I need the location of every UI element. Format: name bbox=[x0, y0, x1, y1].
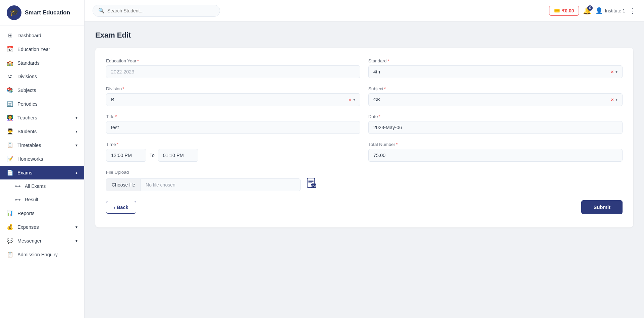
subject-clear-icon[interactable]: ✕ bbox=[610, 97, 614, 102]
sub-dot-icon: ⊶ bbox=[15, 182, 21, 190]
submit-button[interactable]: Submit bbox=[581, 200, 623, 214]
total-number-label: Total Number* bbox=[368, 142, 623, 147]
timetables-icon: 📋 bbox=[7, 142, 13, 148]
title-label: Title* bbox=[106, 114, 360, 119]
date-label: Date* bbox=[368, 114, 623, 119]
subjects-icon: 📚 bbox=[7, 87, 13, 93]
form-row-3: Title* Date* bbox=[106, 114, 623, 134]
standard-value: 4th bbox=[373, 69, 610, 74]
sub-item-label: Result bbox=[25, 197, 38, 202]
subject-label: Subject* bbox=[368, 86, 623, 91]
chevron-down-icon: ▾ bbox=[75, 143, 77, 148]
sidebar-item-result[interactable]: ⊶ Result bbox=[0, 193, 84, 206]
division-group: Division* B ✕ ▾ bbox=[106, 86, 360, 106]
exam-edit-form: Education Year* Standard* 4th ✕ ▾ bbox=[95, 48, 633, 227]
standard-clear-icon[interactable]: ✕ bbox=[610, 69, 614, 74]
time-to-label: To bbox=[150, 153, 155, 158]
subject-value: GK bbox=[373, 97, 610, 102]
exams-icon: 📄 bbox=[7, 169, 13, 176]
user-name: Institute 1 bbox=[605, 8, 625, 13]
sidebar-item-reports[interactable]: 📊 Reports bbox=[0, 206, 84, 220]
subject-chevron-icon: ▾ bbox=[615, 97, 618, 102]
title-group: Title* bbox=[106, 114, 360, 134]
form-actions: ‹ Back Submit bbox=[106, 200, 623, 214]
total-number-group: Total Number* bbox=[368, 142, 623, 162]
sidebar-item-homeworks[interactable]: 📝 Homeworks bbox=[0, 152, 84, 166]
date-input[interactable] bbox=[368, 121, 623, 134]
time-to-input[interactable] bbox=[158, 149, 198, 162]
subject-group: Subject* GK ✕ ▾ bbox=[368, 86, 623, 106]
sidebar-item-teachers[interactable]: 👩‍🏫 Teachers ▾ bbox=[0, 111, 84, 124]
sidebar-item-education-year[interactable]: 📅 Education Year bbox=[0, 42, 84, 56]
sidebar-item-label: Divisions bbox=[17, 74, 37, 79]
division-clear-icon[interactable]: ✕ bbox=[348, 97, 352, 102]
sidebar-item-label: Messenger bbox=[17, 238, 42, 244]
choose-file-button[interactable]: Choose file bbox=[106, 179, 141, 191]
sidebar-item-dashboard[interactable]: ⊞ Dashboard bbox=[0, 29, 84, 42]
sidebar-item-label: Homeworks bbox=[17, 156, 43, 162]
standards-icon: 🏫 bbox=[7, 60, 13, 66]
app-logo: 🎓 bbox=[7, 5, 21, 20]
standard-chevron-icon: ▾ bbox=[615, 69, 618, 74]
search-container: 🔍 bbox=[93, 5, 220, 17]
chevron-down-icon: ▾ bbox=[75, 238, 77, 243]
wallet-button[interactable]: 💳 ₹0.00 bbox=[549, 6, 579, 16]
file-upload-row: Choose file No file chosen PDF bbox=[106, 177, 623, 192]
sidebar-item-label: Students bbox=[17, 129, 37, 134]
sidebar-item-admission-enquiry[interactable]: 📋 Admission Enquiry bbox=[0, 248, 84, 261]
dashboard-icon: ⊞ bbox=[7, 32, 13, 39]
subject-select[interactable]: GK ✕ ▾ bbox=[368, 93, 623, 106]
sidebar-item-divisions[interactable]: 🗂 Divisions bbox=[0, 70, 84, 83]
title-input[interactable] bbox=[106, 121, 360, 134]
page-content: Exam Edit Education Year* Standard* 4th bbox=[85, 21, 644, 318]
more-options-button[interactable]: ⋮ bbox=[629, 7, 636, 15]
search-input[interactable] bbox=[107, 8, 214, 13]
notification-button[interactable]: 🔔 0 bbox=[583, 7, 591, 15]
time-group: Time* To bbox=[106, 142, 360, 162]
app-title: Smart Education bbox=[25, 9, 70, 16]
svg-text:PDF: PDF bbox=[311, 185, 316, 188]
sidebar-item-messenger[interactable]: 💬 Messenger ▾ bbox=[0, 234, 84, 248]
pdf-icon[interactable]: PDF bbox=[306, 177, 318, 192]
periodics-icon: 🔄 bbox=[7, 101, 13, 107]
sidebar-item-label: Expenses bbox=[17, 224, 39, 230]
education-year-icon: 📅 bbox=[7, 46, 13, 52]
back-button[interactable]: ‹ Back bbox=[106, 201, 136, 214]
sidebar-item-subjects[interactable]: 📚 Subjects bbox=[0, 83, 84, 97]
reports-icon: 📊 bbox=[7, 210, 13, 216]
time-from-input[interactable] bbox=[106, 149, 146, 162]
divisions-icon: 🗂 bbox=[7, 73, 13, 80]
file-upload-label: File Upload bbox=[106, 170, 623, 175]
chevron-down-icon: ▾ bbox=[75, 129, 77, 134]
sidebar-item-students[interactable]: 👨‍🎓 Students ▾ bbox=[0, 124, 84, 138]
sidebar-item-all-exams[interactable]: ⊶ All Exams bbox=[0, 179, 84, 193]
teachers-icon: 👩‍🏫 bbox=[7, 114, 13, 121]
sidebar-item-label: Exams bbox=[17, 170, 32, 175]
sidebar-item-label: Periodics bbox=[17, 101, 38, 107]
main-area: 🔍 💳 ₹0.00 🔔 0 👤 Institute 1 ⋮ Exam Edit bbox=[85, 0, 644, 318]
sidebar-item-exams[interactable]: 📄 Exams ▴ bbox=[0, 166, 84, 179]
standard-group: Standard* 4th ✕ ▾ bbox=[368, 58, 623, 78]
sidebar-item-label: Dashboard bbox=[17, 33, 41, 38]
notification-badge: 0 bbox=[587, 5, 593, 11]
total-number-input[interactable] bbox=[368, 149, 623, 162]
wallet-icon: 💳 bbox=[554, 8, 560, 13]
sidebar-item-timetables[interactable]: 📋 Timetables ▾ bbox=[0, 138, 84, 152]
search-icon: 🔍 bbox=[98, 8, 105, 14]
sidebar-item-label: Admission Enquiry bbox=[17, 252, 58, 257]
user-menu[interactable]: 👤 Institute 1 bbox=[595, 7, 625, 14]
time-label: Time* bbox=[106, 142, 360, 147]
file-input-wrap: Choose file No file chosen bbox=[106, 178, 301, 191]
sidebar-item-standards[interactable]: 🏫 Standards bbox=[0, 56, 84, 70]
sidebar-item-periodics[interactable]: 🔄 Periodics bbox=[0, 97, 84, 111]
division-value: B bbox=[111, 97, 348, 102]
division-select[interactable]: B ✕ ▾ bbox=[106, 93, 360, 106]
standard-select[interactable]: 4th ✕ ▾ bbox=[368, 65, 623, 78]
education-year-group: Education Year* bbox=[106, 58, 360, 78]
sidebar-item-expenses[interactable]: 💰 Expenses ▾ bbox=[0, 220, 84, 234]
sidebar-nav: ⊞ Dashboard 📅 Education Year 🏫 Standards… bbox=[0, 26, 84, 318]
sub-dot-icon: ⊶ bbox=[15, 196, 21, 203]
sidebar: 🎓 Smart Education ⊞ Dashboard 📅 Educatio… bbox=[0, 0, 85, 318]
sub-item-label: All Exams bbox=[25, 183, 46, 189]
page-title: Exam Edit bbox=[95, 31, 633, 40]
